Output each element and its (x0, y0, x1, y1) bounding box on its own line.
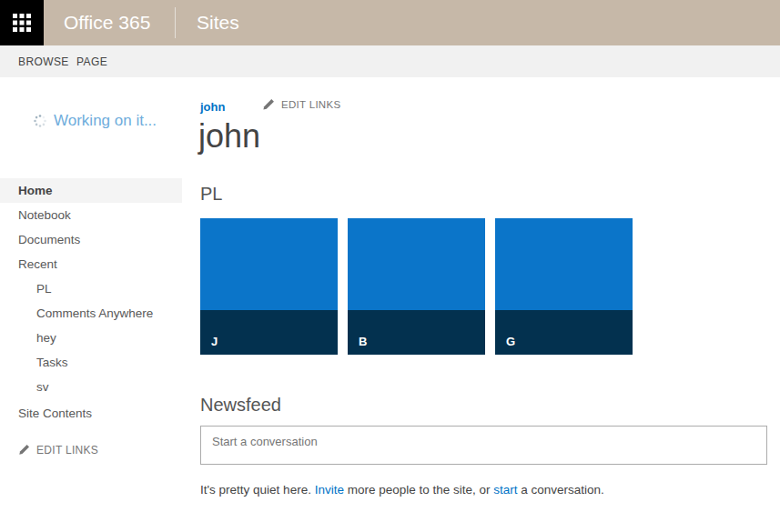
sidebar-item-comments-anywhere[interactable]: Comments Anywhere (0, 301, 182, 326)
empty-message-suffix: a conversation. (518, 483, 604, 497)
tile-label-area: J (200, 310, 338, 355)
invite-link[interactable]: Invite (315, 483, 344, 497)
sidebar-item-documents[interactable]: Documents (0, 227, 182, 252)
spinner-icon (33, 114, 47, 128)
pencil-icon (262, 98, 275, 111)
suite-bar: Office 365 Sites (0, 0, 780, 45)
tab-browse[interactable]: BROWSE (18, 45, 69, 77)
sidebar-item-sv[interactable]: sv (0, 375, 182, 399)
loading-text: Working on it... (54, 112, 157, 130)
tile-label-area: B (348, 310, 485, 355)
site-tile-b[interactable]: B (348, 218, 485, 355)
sidebar-edit-links-button[interactable]: EDIT LINKS (0, 437, 182, 462)
tab-page[interactable]: PAGE (76, 45, 107, 77)
tile-letter: B (359, 335, 367, 348)
sidebar-edit-links-label: EDIT LINKS (36, 444, 98, 457)
topnav-edit-links-button[interactable]: EDIT LINKS (262, 98, 340, 111)
empty-message-middle: more people to the site, or (344, 483, 493, 497)
app-launcher-grid-icon (12, 13, 32, 33)
tile-letter: G (506, 335, 515, 348)
page-title: john (198, 116, 260, 156)
breadcrumb: john EDIT LINKS (200, 98, 225, 114)
newsfeed-empty-message: It's pretty quiet here. Invite more peop… (200, 483, 604, 497)
sidebar-item-hey[interactable]: hey (0, 326, 182, 350)
pencil-icon (18, 444, 30, 456)
start-conversation-input[interactable] (200, 426, 767, 465)
office365-brand-link[interactable]: Office 365 (64, 0, 150, 45)
office365-sites-page: Office 365 Sites BROWSE PAGE Working on … (0, 0, 780, 532)
pl-tiles: J B G (200, 218, 633, 355)
sidebar-item-recent[interactable]: Recent (0, 252, 182, 276)
pl-section-heading: PL (200, 184, 222, 205)
sidebar-item-tasks[interactable]: Tasks (0, 350, 182, 375)
suite-bar-divider (175, 7, 176, 38)
sites-section-link[interactable]: Sites (197, 0, 239, 45)
tile-image-area (495, 218, 633, 310)
newsfeed-section-heading: Newsfeed (200, 395, 281, 416)
loading-indicator: Working on it... (33, 113, 157, 129)
topnav-edit-links-label: EDIT LINKS (281, 99, 340, 110)
tile-letter: J (211, 335, 218, 348)
site-tile-j[interactable]: J (200, 218, 338, 355)
tile-label-area: G (495, 310, 633, 355)
sidebar-item-home[interactable]: Home (0, 178, 182, 203)
start-link[interactable]: start (493, 483, 517, 497)
tile-image-area (200, 218, 338, 310)
empty-message-prefix: It's pretty quiet here. (200, 483, 315, 497)
app-launcher-button[interactable] (0, 0, 44, 45)
sidebar-item-site-contents[interactable]: Site Contents (0, 401, 182, 426)
sidebar-item-pl[interactable]: PL (0, 276, 182, 301)
sidebar-nav: Home Notebook Documents Recent PL Commen… (0, 178, 182, 462)
breadcrumb-link-john[interactable]: john (200, 100, 225, 114)
site-tile-g[interactable]: G (495, 218, 633, 355)
ribbon-bar: BROWSE PAGE (0, 45, 780, 77)
sidebar-item-notebook[interactable]: Notebook (0, 203, 182, 227)
tile-image-area (348, 218, 485, 310)
